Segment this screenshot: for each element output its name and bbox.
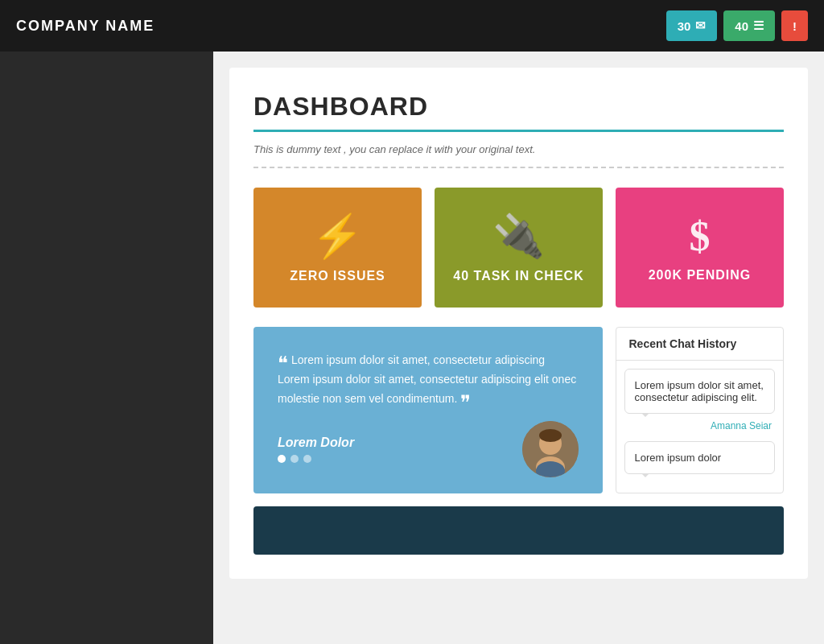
stat-label-pending: 200K PENDING	[649, 268, 752, 283]
chat-bubble-container-1: Lorem ipsum dolor sit amet, consectetur …	[624, 369, 776, 431]
dashed-divider	[253, 167, 784, 168]
dot-3[interactable]	[303, 455, 311, 463]
sidebar	[0, 52, 213, 644]
main-content: DASHBOARD This is dummy text , you can r…	[213, 52, 824, 644]
author-area: Lorem Dolor	[278, 436, 354, 463]
messages-count: 30	[678, 19, 691, 33]
alert-icon: !	[793, 19, 797, 33]
chat-messages: Lorem ipsum dolor sit amet, consectetur …	[616, 361, 784, 492]
lightning-icon: ⚡	[311, 212, 364, 261]
header-actions: 30 ✉ 40 ☰ !	[666, 10, 808, 41]
messages-button[interactable]: 30 ✉	[666, 10, 718, 41]
close-quote-icon: ❞	[460, 391, 471, 413]
stat-card-pending[interactable]: $ 200K PENDING	[616, 188, 784, 308]
tasks-count: 40	[735, 19, 748, 33]
open-quote-icon: ❝	[278, 353, 288, 374]
chat-bubble-1: Lorem ipsum dolor sit amet, consectetur …	[624, 369, 776, 414]
dot-1[interactable]	[278, 455, 286, 463]
slide-dots	[278, 455, 354, 463]
page-title: DASHBOARD	[253, 92, 784, 122]
bottom-row: ❝Lorem ipsum dolor sit amet, consectetur…	[253, 327, 784, 493]
content-card: DASHBOARD This is dummy text , you can r…	[229, 68, 808, 579]
alert-button[interactable]: !	[781, 10, 808, 41]
stat-card-task-check[interactable]: 🔌 40 TASK IN CHECK	[435, 188, 603, 308]
dot-2[interactable]	[290, 455, 299, 463]
chat-panel-header: Recent Chat History	[616, 328, 784, 361]
chat-author-1: Amanna Seiar	[624, 420, 776, 431]
avatar	[522, 421, 579, 477]
list-icon: ☰	[753, 19, 764, 33]
stat-cards-row: ⚡ ZERO ISSUES 🔌 40 TASK IN CHECK $ 200K …	[253, 188, 784, 308]
dollar-icon: $	[690, 213, 711, 260]
stat-label-task-check: 40 TASK IN CHECK	[453, 269, 583, 283]
chat-bubble-2: Lorem ipsum dolor	[624, 441, 776, 474]
svg-point-2	[539, 429, 562, 442]
testimonial-text: ❝Lorem ipsum dolor sit amet, consectetur…	[278, 351, 579, 408]
stat-label-zero-issues: ZERO ISSUES	[290, 269, 385, 283]
chat-text-1: Lorem ipsum dolor sit amet, consectetur …	[635, 379, 764, 403]
chat-bubble-container-2: Lorem ipsum dolor	[624, 441, 776, 474]
envelope-icon: ✉	[695, 19, 706, 33]
chat-panel: Recent Chat History Lorem ipsum dolor si…	[616, 327, 785, 493]
subtitle-text: This is dummy text , you can replace it …	[253, 143, 784, 155]
title-divider	[253, 130, 784, 132]
header: COMPANY NAME 30 ✉ 40 ☰ !	[0, 0, 824, 52]
tasks-button[interactable]: 40 ☰	[723, 10, 775, 41]
testimonial-card: ❝Lorem ipsum dolor sit amet, consectetur…	[253, 327, 603, 493]
testimonial-footer: Lorem Dolor	[278, 421, 579, 477]
stat-card-zero-issues[interactable]: ⚡ ZERO ISSUES	[253, 188, 422, 308]
company-logo: COMPANY NAME	[16, 18, 154, 35]
plug-icon: 🔌	[492, 212, 545, 261]
chat-text-2: Lorem ipsum dolor	[635, 452, 722, 464]
author-name: Lorem Dolor	[278, 436, 354, 450]
video-placeholder	[253, 506, 784, 555]
layout: DASHBOARD This is dummy text , you can r…	[0, 52, 824, 644]
